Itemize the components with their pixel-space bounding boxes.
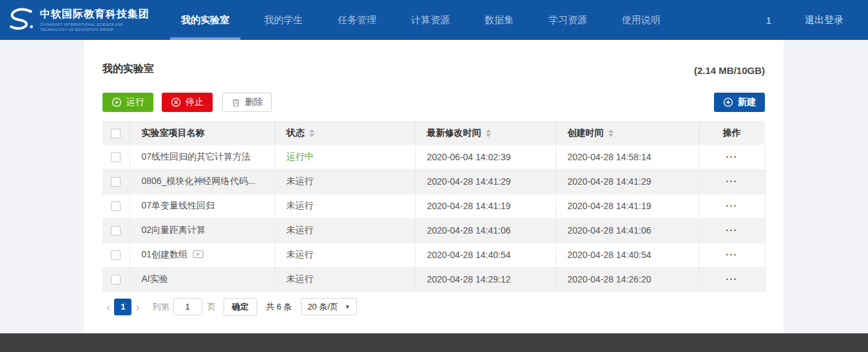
column-header-action: 操作 — [699, 121, 765, 145]
cell-created-time: 2020-04-28 14:26:20 — [555, 267, 699, 292]
navbar-right: 1 退出登录 — [760, 14, 844, 26]
cell-status: 未运行 — [275, 243, 415, 267]
storage-usage: (2.14 MB/10GB) — [694, 65, 765, 76]
nav-item[interactable]: 我的学生 — [253, 0, 314, 40]
project-name-text: AI实验 — [142, 273, 168, 285]
pause-circle-icon — [171, 97, 181, 107]
stop-button[interactable]: 停止 — [162, 93, 213, 112]
video-icon[interactable] — [193, 250, 204, 261]
page-unit-label: 页 — [207, 301, 216, 313]
cell-created-time: 2020-04-28 14:41:06 — [555, 218, 699, 243]
project-name-text: 0806_模块化神经网络代码... — [142, 176, 256, 187]
row-checkbox[interactable] — [111, 201, 121, 211]
nav-item[interactable]: 我的实验室 — [170, 0, 240, 40]
column-header-status: 状态 — [275, 121, 415, 145]
table-row: 07单变量线性回归 未运行 2020-04-28 14:41:19 2020-0… — [102, 194, 765, 218]
cell-created-time: 2020-04-28 14:41:29 — [555, 169, 699, 194]
table-row: AI实验 未运行 2020-04-28 14:29:12 2020-04-28 … — [102, 267, 765, 292]
nav-item[interactable]: 学习资源 — [537, 0, 598, 40]
play-circle-icon — [111, 97, 122, 107]
nav-item-label: 我的学生 — [264, 14, 303, 26]
row-more-actions-button[interactable]: ··· — [726, 201, 738, 211]
main-content: 我的实验室 (2.14 MB/10GB) 运行 停止 — [84, 40, 784, 333]
row-more-actions-button[interactable]: ··· — [726, 250, 738, 260]
cell-status: 运行中 — [275, 145, 415, 169]
run-button[interactable]: 运行 — [102, 93, 153, 112]
table-row: 01创建数组 未运行 2020-04-28 14:40:54 2020-04-2… — [102, 243, 765, 267]
row-more-actions-button[interactable]: ··· — [726, 152, 738, 162]
column-header-name: 实验室项目名称 — [130, 121, 275, 145]
nav-item[interactable]: 计算资源 — [400, 0, 461, 40]
cell-created-time: 2020-04-28 14:40:54 — [555, 243, 699, 267]
cell-modified-time: 2020-04-28 14:40:54 — [415, 243, 555, 267]
cell-project-name: 02向量距离计算 — [130, 218, 275, 243]
project-name-text: 07单变量线性回归 — [142, 200, 215, 212]
row-checkbox[interactable] — [111, 153, 121, 162]
nav-item-label: 学习资源 — [548, 14, 587, 26]
select-all-checkbox[interactable] — [111, 129, 121, 138]
cell-modified-time: 2020-04-28 14:29:12 — [415, 267, 555, 292]
project-name-text: 02向量距离计算 — [142, 225, 206, 236]
page-size-select[interactable]: 20 条/页 ▼ — [301, 298, 357, 315]
dropdown-caret-icon: ▼ — [345, 304, 351, 310]
row-more-actions-button[interactable]: ··· — [726, 176, 738, 187]
toolbar: 运行 停止 删除 — [102, 93, 765, 112]
cell-status: 未运行 — [275, 169, 415, 194]
column-header-modified: 最新修改时间 — [415, 121, 555, 145]
nav-item-label: 我的实验室 — [181, 14, 229, 26]
create-button[interactable]: 新建 — [714, 93, 765, 112]
column-header-created: 创建时间 — [555, 121, 699, 145]
goto-page-input[interactable] — [173, 298, 202, 315]
page-footer — [0, 333, 868, 352]
top-navbar: 中软国际教育科技集团 CHINASOFT INTERNATIONAL SCIEN… — [0, 0, 868, 40]
row-checkbox[interactable] — [111, 177, 121, 187]
table-header-row: 实验室项目名称 状态 最新修改时间 创建时间 操作 — [102, 121, 765, 145]
next-page-icon[interactable]: › — [131, 301, 143, 313]
nav-item-label: 计算资源 — [411, 14, 450, 26]
logout-button[interactable]: 退出登录 — [805, 14, 844, 26]
sort-status-icon[interactable] — [309, 129, 314, 137]
cell-project-name: 07单变量线性回归 — [130, 194, 275, 218]
cell-modified-time: 2020-04-28 14:41:19 — [415, 194, 555, 218]
create-button-label: 新建 — [738, 97, 756, 108]
cell-modified-time: 2020-04-28 14:41:06 — [415, 218, 555, 243]
confirm-button[interactable]: 确定 — [224, 298, 257, 316]
cell-project-name: 01创建数组 — [130, 243, 275, 267]
cell-project-name: AI实验 — [130, 267, 275, 292]
project-name-text: 01创建数组 — [142, 249, 188, 261]
cell-modified-time: 2020-06-04 14:02:39 — [415, 145, 555, 169]
nav-item[interactable]: 数据集 — [474, 0, 525, 40]
cell-created-time: 2020-04-28 14:41:19 — [555, 194, 699, 218]
delete-button-label: 删除 — [245, 97, 263, 108]
cell-project-name: 0806_模块化神经网络代码... — [130, 169, 275, 194]
brand-text: 中软国际教育科技集团 CHINASOFT INTERNATIONAL SCIEN… — [40, 8, 149, 32]
delete-button[interactable]: 删除 — [222, 93, 272, 112]
row-checkbox[interactable] — [111, 275, 121, 284]
brand[interactable]: 中软国际教育科技集团 CHINASOFT INTERNATIONAL SCIEN… — [6, 6, 149, 34]
total-count-label: 共 6 条 — [266, 301, 292, 313]
cell-project-name: 07线性回归的其它计算方法 — [130, 145, 275, 169]
nav-items: 我的实验室 我的学生 任务管理 计算资源 数据集 学习资源 使用说明 — [164, 0, 678, 40]
row-more-actions-button[interactable]: ··· — [726, 225, 738, 236]
page-header: 我的实验室 (2.14 MB/10GB) — [102, 62, 765, 76]
run-button-label: 运行 — [126, 97, 144, 108]
page-number-button[interactable]: 1 — [114, 299, 131, 315]
row-checkbox[interactable] — [111, 250, 121, 260]
table-row: 0806_模块化神经网络代码... 未运行 2020-04-28 14:41:2… — [102, 169, 765, 194]
nav-item-label: 任务管理 — [338, 14, 376, 26]
sort-created-icon[interactable] — [608, 129, 613, 137]
trash-icon — [231, 98, 240, 107]
plus-circle-icon — [723, 97, 733, 107]
message-count[interactable]: 1 — [760, 15, 778, 26]
row-checkbox[interactable] — [111, 226, 121, 236]
table-row: 02向量距离计算 未运行 2020-04-28 14:41:06 2020-04… — [102, 218, 765, 243]
nav-item[interactable]: 任务管理 — [327, 0, 387, 40]
prev-page-icon[interactable]: ‹ — [102, 301, 114, 313]
sort-modified-icon[interactable] — [486, 129, 491, 137]
cell-status: 未运行 — [275, 218, 415, 243]
brand-logo-icon — [6, 6, 36, 34]
nav-item-label: 使用说明 — [622, 14, 661, 26]
table-body: 07线性回归的其它计算方法 运行中 2020-06-04 14:02:39 20… — [102, 145, 765, 292]
nav-item[interactable]: 使用说明 — [611, 0, 671, 40]
row-more-actions-button[interactable]: ··· — [726, 274, 738, 284]
